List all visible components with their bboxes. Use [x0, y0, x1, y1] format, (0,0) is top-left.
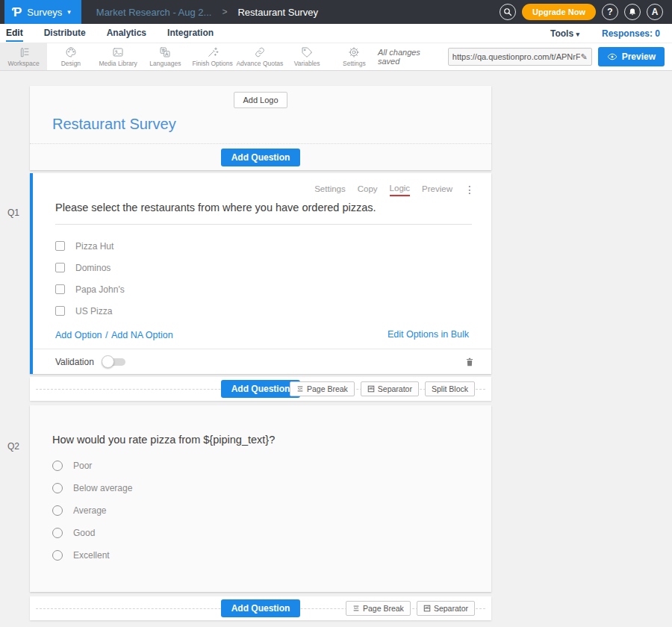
question-2-card: How would you rate pizza from ${piping_t…	[30, 405, 491, 592]
page-break-button[interactable]: Page Break	[346, 601, 411, 616]
edit-toolbar: Workspace Design Media Library Languages…	[0, 43, 672, 71]
toolbar-item-settings[interactable]: Settings	[331, 43, 378, 70]
question-action-bar: Settings Copy Logic Preview ⋮	[33, 173, 491, 197]
question-1-text[interactable]: Please select the restaurants from where…	[55, 202, 472, 225]
chevron-down-icon: ▾	[576, 31, 579, 38]
page-break-label: Page Break	[307, 384, 348, 393]
validation-label: Validation	[55, 357, 94, 367]
question-preview-link[interactable]: Preview	[422, 184, 452, 196]
avatar-initial: A	[652, 7, 659, 17]
tools-menu[interactable]: Tools ▾	[550, 28, 579, 39]
image-icon	[112, 46, 124, 58]
toolbar-item-advance-quotas[interactable]: Advance Quotas	[236, 43, 283, 70]
add-na-option-link[interactable]: Add NA Option	[111, 330, 173, 340]
responses-count[interactable]: Responses: 0	[602, 28, 660, 39]
radio-button[interactable]	[52, 505, 63, 516]
tab-edit[interactable]: Edit	[6, 25, 23, 42]
question-copy-link[interactable]: Copy	[358, 184, 378, 196]
translate-icon	[159, 46, 171, 58]
toolbar-item-design[interactable]: Design	[47, 43, 94, 70]
option-row: Papa John's	[55, 278, 469, 300]
more-options-icon[interactable]: ⋮	[464, 184, 475, 195]
tab-distribute[interactable]: Distribute	[44, 25, 86, 42]
add-question-button[interactable]: Add Question	[221, 599, 301, 617]
upgrade-now-button[interactable]: Upgrade Now	[522, 4, 596, 20]
option-row: US Pizza	[55, 300, 469, 322]
checkbox[interactable]	[55, 263, 65, 272]
option-row: Pizza Hut	[55, 235, 469, 257]
page-break-icon	[296, 385, 304, 393]
separator-button[interactable]: Separator	[361, 381, 419, 396]
link-icon	[254, 46, 266, 58]
survey-url-box: ✎	[448, 48, 592, 66]
toggle-knob	[102, 355, 114, 368]
option-label[interactable]: Dominos	[75, 263, 111, 273]
toolbar-item-workspace[interactable]: Workspace	[0, 43, 47, 70]
checkbox[interactable]	[55, 284, 65, 294]
tab-integration[interactable]: Integration	[167, 25, 214, 42]
radio-button[interactable]	[52, 483, 63, 493]
split-block-button[interactable]: Split Block	[425, 381, 475, 396]
option-row: Good	[52, 522, 469, 544]
radio-button[interactable]	[52, 550, 63, 561]
add-option-link[interactable]: Add Option	[55, 330, 102, 340]
checkbox[interactable]	[55, 241, 65, 251]
chevron-down-icon: ▾	[67, 8, 71, 16]
bell-icon	[628, 7, 637, 16]
question-settings-link[interactable]: Settings	[314, 184, 346, 196]
question-logic-link[interactable]: Logic	[390, 184, 411, 196]
question-number-label: Q1	[7, 208, 19, 218]
page-break-button[interactable]: Page Break	[290, 381, 355, 396]
palette-icon	[65, 46, 77, 58]
survey-title[interactable]: Restaurant Survey	[52, 116, 491, 143]
help-button[interactable]: ?	[602, 4, 618, 20]
search-icon	[503, 7, 512, 16]
notifications-button[interactable]	[624, 4, 641, 20]
toolbar-item-label: Workspace	[7, 60, 39, 67]
account-avatar[interactable]: A	[647, 4, 663, 20]
question-number-label: Q2	[7, 441, 19, 452]
tab-analytics[interactable]: Analytics	[107, 25, 146, 42]
add-question-button[interactable]: Add Question	[221, 149, 301, 166]
toolbar-item-languages[interactable]: Languages	[142, 43, 189, 70]
separator-label: Separator	[378, 384, 412, 393]
add-logo-button[interactable]: Add Logo	[234, 92, 287, 108]
option-label[interactable]: Pizza Hut	[75, 241, 113, 252]
separator-icon	[367, 385, 375, 393]
option-label[interactable]: Good	[73, 528, 95, 538]
option-label[interactable]: US Pizza	[75, 306, 112, 316]
eye-icon	[607, 52, 617, 62]
survey-url-input[interactable]	[452, 52, 581, 61]
option-label[interactable]: Excellent	[73, 550, 110, 561]
radio-button[interactable]	[52, 528, 63, 538]
questionpro-logo-icon: Ƥ	[12, 6, 22, 19]
edit-options-in-bulk-link[interactable]: Edit Options in Bulk	[388, 329, 469, 340]
insert-row-2: Add Question Page Break Separator	[30, 596, 491, 620]
surveys-menu[interactable]: Ƥ Surveys ▾	[4, 0, 81, 24]
toolbar-item-label: Finish Options	[192, 60, 232, 67]
option-tools-row: Add Option / Add NA Option Edit Options …	[55, 328, 469, 341]
radio-button[interactable]	[52, 461, 63, 471]
toolbar-right: All changes saved ✎ Preview	[378, 43, 665, 70]
option-row: Excellent	[52, 544, 469, 567]
option-label[interactable]: Poor	[73, 461, 92, 471]
add-question-button[interactable]: Add Question	[221, 380, 301, 398]
toolbar-item-variables[interactable]: Variables	[284, 43, 331, 70]
preview-button[interactable]: Preview	[598, 47, 665, 66]
validation-toggle[interactable]	[102, 355, 127, 369]
workspace-icon	[18, 46, 30, 58]
option-row: Dominos	[55, 257, 469, 278]
option-label[interactable]: Below average	[73, 483, 132, 493]
search-button[interactable]	[500, 4, 516, 20]
delete-question-button[interactable]	[464, 356, 475, 368]
toolbar-item-finish-options[interactable]: Finish Options	[189, 43, 236, 70]
toolbar-item-media-library[interactable]: Media Library	[95, 43, 142, 70]
option-label[interactable]: Average	[73, 505, 106, 516]
link-separator: /	[105, 330, 108, 340]
question-2-text[interactable]: How would you rate pizza from ${piping_t…	[52, 434, 469, 446]
edit-url-icon[interactable]: ✎	[580, 52, 587, 62]
breadcrumb-folder[interactable]: Market Research - Aug 2...	[96, 7, 212, 18]
option-label[interactable]: Papa John's	[75, 284, 125, 295]
separator-button[interactable]: Separator	[417, 601, 475, 616]
checkbox[interactable]	[55, 306, 65, 316]
